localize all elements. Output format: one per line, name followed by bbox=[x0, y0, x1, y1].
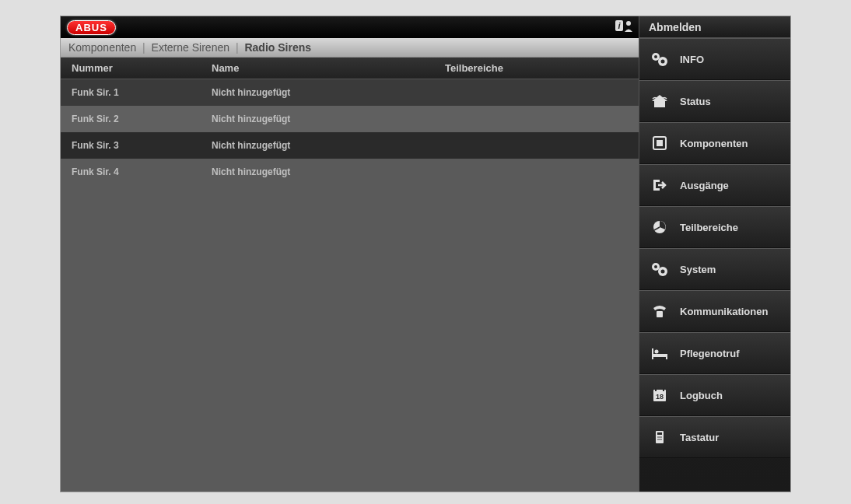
breadcrumb: Komponenten | Externe Sirenen | Radio Si… bbox=[61, 38, 639, 58]
sidebar-item-info[interactable]: INFO bbox=[639, 38, 790, 80]
logo: ABUS bbox=[67, 20, 116, 35]
svg-point-14 bbox=[661, 270, 665, 274]
sidebar-item-kommunikationen[interactable]: Kommunikationen bbox=[639, 290, 790, 332]
sidebar-item-logbuch[interactable]: 18 Logbuch bbox=[639, 374, 790, 416]
arrow-out-icon bbox=[649, 176, 671, 194]
pie-icon bbox=[649, 218, 671, 236]
cell-sub bbox=[445, 140, 628, 151]
sidebar: Abmelden INFO Status Komponenten Ausgäng bbox=[639, 16, 790, 492]
bed-icon bbox=[649, 344, 671, 362]
svg-text:18: 18 bbox=[656, 393, 664, 401]
svg-rect-21 bbox=[655, 388, 657, 391]
svg-point-12 bbox=[654, 265, 657, 268]
svg-point-31 bbox=[660, 439, 662, 440]
keypad-icon bbox=[649, 428, 671, 446]
sidebar-item-komponenten[interactable]: Komponenten bbox=[639, 122, 790, 164]
sidebar-item-tastatur[interactable]: Tastatur bbox=[639, 416, 790, 458]
cell-number: Funk Sir. 4 bbox=[72, 166, 212, 177]
breadcrumb-sep: | bbox=[142, 41, 145, 54]
svg-point-2 bbox=[626, 21, 631, 26]
sidebar-item-label: Komponenten bbox=[680, 138, 748, 149]
sidebar-item-pflegenotruf[interactable]: Pflegenotruf bbox=[639, 332, 790, 374]
svg-point-30 bbox=[659, 439, 660, 440]
svg-rect-22 bbox=[663, 388, 664, 391]
cell-name: Nicht hinzugefügt bbox=[212, 140, 445, 151]
breadcrumb-sep: | bbox=[236, 41, 239, 54]
cell-number: Funk Sir. 3 bbox=[72, 140, 212, 151]
phone-icon bbox=[649, 302, 671, 320]
cell-sub bbox=[445, 114, 628, 124]
svg-point-29 bbox=[657, 439, 659, 440]
sidebar-item-label: Tastatur bbox=[680, 432, 719, 443]
svg-rect-19 bbox=[666, 354, 667, 359]
sidebar-item-label: Kommunikationen bbox=[680, 306, 768, 317]
breadcrumb-current: Radio Sirens bbox=[244, 41, 311, 54]
breadcrumb-item[interactable]: Externe Sirenen bbox=[152, 41, 229, 54]
table-header: Nummer Name Teilbereiche bbox=[61, 58, 639, 79]
info-user-icon[interactable]: i bbox=[615, 19, 632, 37]
col-header-number: Nummer bbox=[72, 62, 212, 74]
logo-badge: ABUS bbox=[67, 20, 116, 35]
sidebar-item-label: Pflegenotruf bbox=[680, 348, 740, 359]
sidebar-item-status[interactable]: Status bbox=[639, 80, 790, 122]
sidebar-item-teilbereiche[interactable]: Teilbereiche bbox=[639, 206, 790, 248]
sidebar-item-ausgaenge[interactable]: Ausgänge bbox=[639, 164, 790, 206]
table-row[interactable]: Funk Sir. 1 Nicht hinzugefügt bbox=[61, 79, 639, 106]
table-row[interactable]: Funk Sir. 3 Nicht hinzugefügt bbox=[61, 132, 639, 159]
sidebar-item-label: Status bbox=[680, 96, 711, 107]
top-bar: ABUS i bbox=[61, 16, 639, 38]
calendar-icon: 18 bbox=[649, 386, 671, 404]
col-header-sub: Teilbereiche bbox=[445, 62, 628, 74]
breadcrumb-item[interactable]: Komponenten bbox=[68, 41, 136, 54]
logout-label: Abmelden bbox=[649, 21, 702, 33]
house-icon bbox=[649, 92, 671, 110]
cell-name: Nicht hinzugefügt bbox=[212, 166, 445, 177]
cell-name: Nicht hinzugefügt bbox=[212, 87, 445, 98]
gears-icon bbox=[649, 50, 671, 68]
app-container: ABUS i Komponenten | Externe Sirenen | R… bbox=[60, 16, 791, 492]
svg-rect-15 bbox=[657, 311, 663, 317]
table-row[interactable]: Funk Sir. 2 Nicht hinzugefügt bbox=[61, 106, 639, 132]
cell-number: Funk Sir. 1 bbox=[72, 87, 212, 98]
logout-link[interactable]: Abmelden bbox=[639, 16, 790, 38]
svg-point-27 bbox=[659, 436, 660, 438]
sidebar-item-label: INFO bbox=[680, 54, 704, 65]
sidebar-item-label: Ausgänge bbox=[680, 180, 729, 191]
sidebar-item-label: Teilbereiche bbox=[680, 222, 738, 233]
cell-sub bbox=[445, 87, 628, 98]
sidebar-item-label: System bbox=[680, 264, 716, 275]
component-icon bbox=[649, 134, 671, 152]
col-header-name: Name bbox=[212, 62, 445, 74]
cell-number: Funk Sir. 2 bbox=[72, 114, 212, 124]
svg-rect-18 bbox=[652, 354, 667, 357]
svg-rect-8 bbox=[657, 140, 663, 146]
table-row[interactable]: Funk Sir. 4 Nicht hinzugefügt bbox=[61, 159, 639, 185]
svg-point-26 bbox=[657, 436, 659, 438]
sidebar-item-label: Logbuch bbox=[680, 390, 723, 401]
svg-point-4 bbox=[654, 55, 657, 58]
sidebar-item-system[interactable]: System bbox=[639, 248, 790, 290]
svg-point-6 bbox=[661, 60, 665, 64]
cell-name: Nicht hinzugefügt bbox=[212, 114, 445, 124]
svg-point-17 bbox=[655, 350, 659, 354]
main-area: ABUS i Komponenten | Externe Sirenen | R… bbox=[61, 16, 639, 492]
svg-rect-25 bbox=[657, 432, 662, 435]
table-body: Funk Sir. 1 Nicht hinzugefügt Funk Sir. … bbox=[61, 79, 639, 492]
cell-sub bbox=[445, 166, 628, 177]
svg-point-28 bbox=[660, 436, 662, 438]
gears-icon bbox=[649, 260, 671, 278]
